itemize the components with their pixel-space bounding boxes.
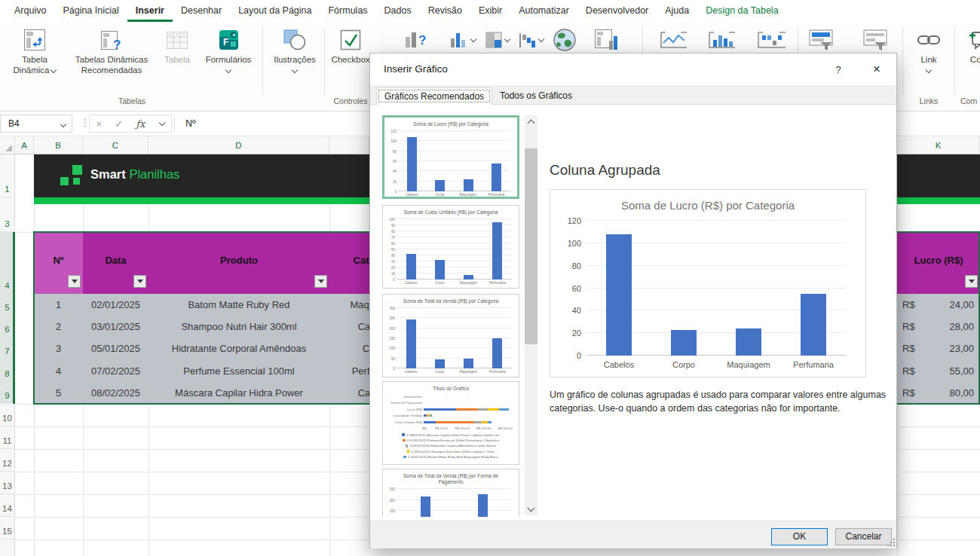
- table-cell-date[interactable]: 03/01/2025: [83, 316, 149, 338]
- filter-dropdown-button[interactable]: [68, 275, 81, 288]
- table-cell-product[interactable]: Máscara Capilar Hidra Power: [149, 382, 329, 404]
- pivot-table-button[interactable]: Tabela Dinâmica: [5, 27, 65, 76]
- chart-thumbnail-thumb-titulo[interactable]: Título do GráficoObservaçõesForma de Pag…: [382, 381, 519, 465]
- table-header-profit[interactable]: Lucro (R$): [897, 232, 980, 294]
- menu-tab-ajuda[interactable]: Ajuda: [657, 1, 697, 22]
- table-button[interactable]: Tabela: [157, 27, 198, 65]
- recommended-charts-button[interactable]: ?: [402, 29, 430, 51]
- insert-hierarchy-chart-button[interactable]: [481, 29, 513, 51]
- row-header-13[interactable]: 13: [0, 472, 14, 494]
- name-box[interactable]: B4: [0, 115, 72, 133]
- row-header-1[interactable]: 1: [0, 154, 14, 197]
- tab-all-charts[interactable]: Todos os Gráficos: [492, 87, 580, 105]
- insert-statistic-chart-button[interactable]: [514, 29, 546, 51]
- group-label-comments: Com: [960, 96, 980, 105]
- filter-dropdown-button[interactable]: [314, 275, 327, 288]
- row-header-12[interactable]: 12: [0, 449, 14, 472]
- row-header-3[interactable]: 3: [0, 203, 14, 232]
- chart-thumbnail-thumb-venda-categoria[interactable]: Soma de Total da Venda (R$) por Categori…: [382, 294, 519, 377]
- link-button[interactable]: Link: [907, 27, 951, 72]
- table-cell-profit[interactable]: R$80,00: [897, 382, 980, 404]
- table-cell-product[interactable]: Hidratante Corporal Amêndoas: [149, 338, 329, 359]
- x-tick-label: R$ 200,00: [498, 426, 513, 430]
- forms-button[interactable]: F Formulários: [198, 27, 259, 72]
- chart-thumbnail-thumb-custo[interactable]: Soma de Custo Unitário (R$) por Categori…: [382, 205, 519, 289]
- table-header-num[interactable]: Nº: [34, 232, 83, 294]
- column-header-C[interactable]: C: [83, 136, 149, 154]
- insert-column-chart-button[interactable]: [446, 29, 478, 51]
- menu-tab-dados[interactable]: Dados: [376, 1, 420, 22]
- table-cell-num[interactable]: 1: [34, 294, 83, 316]
- row-header-15[interactable]: 15: [0, 517, 14, 539]
- menu-tab-revis-o[interactable]: Revisão: [420, 1, 470, 22]
- table-cell-product[interactable]: Perfume Essencial 100ml: [149, 359, 329, 382]
- table-cell-profit[interactable]: R$28,00: [897, 316, 980, 338]
- menu-tab-design-da-tabela[interactable]: Design da Tabela: [697, 1, 786, 22]
- bar-slot: [397, 489, 455, 517]
- pivotchart-button[interactable]: [590, 29, 625, 51]
- sparkline-column-button[interactable]: [703, 29, 742, 51]
- filter-dropdown-button[interactable]: [133, 275, 146, 288]
- close-icon[interactable]: ×: [862, 58, 892, 81]
- sparkline-winloss-button[interactable]: [751, 29, 793, 51]
- sparkline-line-button[interactable]: [654, 29, 694, 51]
- scrollbar[interactable]: [525, 115, 537, 515]
- illustrations-button[interactable]: Ilustrações: [268, 27, 321, 72]
- chart-thumbnail-thumb-lucro[interactable]: Soma de Lucro (R$) por Categoria02040608…: [382, 115, 519, 199]
- column-header-A[interactable]: A: [15, 136, 34, 154]
- select-all-corner[interactable]: [0, 136, 15, 154]
- recommended-pivottables-button[interactable]: ? Tabelas Dinâmicas Recomendadas: [66, 27, 157, 76]
- checkbox-button[interactable]: Checkbox: [329, 27, 372, 65]
- row-header-10[interactable]: 10: [0, 404, 14, 426]
- ok-button[interactable]: OK: [771, 528, 828, 545]
- maps-button[interactable]: [549, 29, 580, 51]
- menu-tab-arquivo[interactable]: Arquivo: [6, 1, 54, 22]
- table-cell-num[interactable]: 3: [34, 338, 83, 359]
- menu-tab-automatizar[interactable]: Automatizar: [510, 1, 577, 22]
- menu-tab-desenhar[interactable]: Desenhar: [173, 1, 230, 22]
- table-cell-num[interactable]: 2: [34, 316, 83, 338]
- slicer-button[interactable]: [805, 29, 838, 51]
- column-header-hidden[interactable]: [329, 136, 369, 154]
- cancel-button[interactable]: Cancelar: [835, 528, 892, 545]
- scrollbar-thumb[interactable]: [525, 148, 537, 344]
- tab-recommended-charts[interactable]: Gráficos Recomendados: [376, 87, 492, 105]
- table-cell-date[interactable]: 08/02/2025: [83, 382, 149, 404]
- table-cell-product[interactable]: Batom Matte Ruby Red: [149, 294, 329, 316]
- scroll-up-button[interactable]: [525, 115, 537, 128]
- insert-function-icon[interactable]: ƒx: [136, 118, 145, 130]
- menu-tab-layout-da-p-gina[interactable]: Layout da Página: [230, 1, 320, 22]
- table-cell-date[interactable]: 02/01/2025: [83, 294, 149, 316]
- column-header-D[interactable]: D: [149, 136, 329, 154]
- table-cell-date[interactable]: 05/01/2025: [83, 338, 149, 359]
- table-header-product[interactable]: Produto: [149, 232, 329, 294]
- scroll-down-button[interactable]: [525, 503, 537, 515]
- table-cell-num[interactable]: 4: [34, 359, 83, 382]
- hbar-segment: [430, 414, 432, 417]
- menu-tab-desenvolvedor[interactable]: Desenvolvedor: [577, 1, 657, 22]
- menu-tab-exibir[interactable]: Exibir: [470, 1, 510, 22]
- menu-tab-inserir[interactable]: Inserir: [127, 1, 173, 22]
- table-cell-profit[interactable]: R$23,00: [897, 338, 980, 359]
- column-header-B[interactable]: B: [34, 136, 83, 154]
- table-cell-product[interactable]: Shampoo Nutri Hair 300ml: [149, 316, 329, 338]
- resize-grip[interactable]: [887, 539, 895, 546]
- table-header-date[interactable]: Data: [83, 232, 149, 294]
- chart-thumbnail-thumb-venda-pagamento[interactable]: Soma de Total da Venda (R$) por Forma de…: [382, 469, 519, 517]
- table-cell-profit[interactable]: R$55,00: [897, 359, 980, 382]
- filter-dropdown-button[interactable]: [965, 275, 978, 288]
- legend-label: 3 05/01/2025 Hidratante Corporal Amêndoa…: [409, 444, 496, 448]
- cancel-entry-icon[interactable]: ×: [96, 118, 103, 130]
- menu-tab-f-rmulas[interactable]: Fórmulas: [320, 1, 375, 22]
- menu-tab-p-gina-inicial[interactable]: Página Inicial: [54, 1, 127, 22]
- enter-entry-icon[interactable]: ✓: [115, 118, 123, 130]
- table-cell-num[interactable]: 5: [34, 382, 83, 404]
- timeline-button[interactable]: [859, 29, 893, 51]
- help-button[interactable]: ?: [828, 62, 848, 78]
- column-header-K[interactable]: K: [897, 136, 980, 154]
- table-cell-profit[interactable]: R$24,00: [897, 294, 980, 316]
- comment-button[interactable]: Com: [960, 27, 980, 65]
- table-cell-date[interactable]: 07/02/2025: [83, 359, 149, 382]
- row-header-14[interactable]: 14: [0, 494, 14, 517]
- row-header-11[interactable]: 11: [0, 426, 14, 449]
